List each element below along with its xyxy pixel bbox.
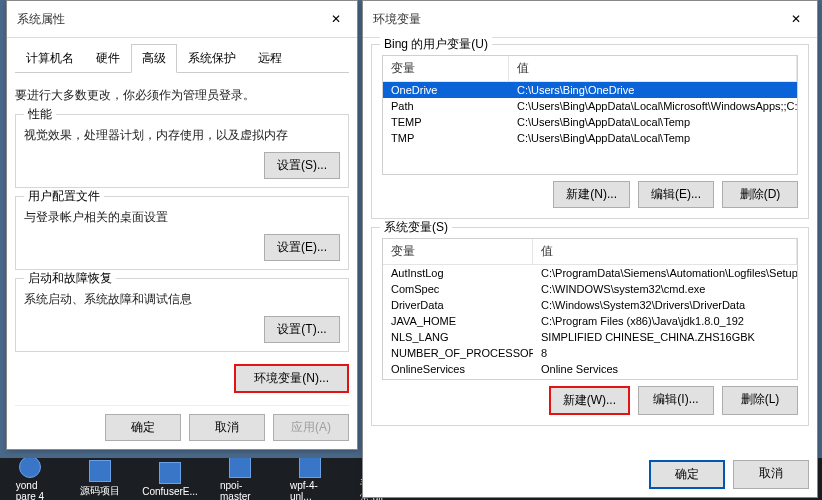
tabbar: 计算机名 硬件 高级 系统保护 远程: [15, 44, 349, 73]
apply-button[interactable]: 应用(A): [273, 414, 349, 441]
system-properties-window: 系统属性 ✕ 计算机名 硬件 高级 系统保护 远程 要进行大多数更改，你必须作为…: [6, 0, 358, 450]
sys-new-button[interactable]: 新建(W)...: [549, 386, 630, 415]
cancel-button[interactable]: 取消: [733, 460, 809, 489]
group-legend: 用户配置文件: [24, 188, 104, 205]
taskbar-icon[interactable]: ConfuserE...: [150, 462, 190, 497]
table-row[interactable]: ComSpecC:\WINDOWS\system32\cmd.exe: [383, 281, 797, 297]
table-row[interactable]: OneDriveC:\Users\Bing\OneDrive: [383, 82, 797, 98]
table-row[interactable]: DriverDataC:\Windows\System32\Drivers\Dr…: [383, 297, 797, 313]
table-row[interactable]: PathC:\Users\Bing\AppData\Local\Microsof…: [383, 98, 797, 114]
table-row[interactable]: AutInstLogC:\ProgramData\Siemens\Automat…: [383, 265, 797, 281]
taskbar-left: yond pare 4: [10, 458, 50, 500]
table-row[interactable]: JAVA_HOMEC:\Program Files (x86)\Java\jdk…: [383, 313, 797, 329]
group-desc: 视觉效果，处理器计划，内存使用，以及虚拟内存: [24, 127, 340, 144]
user-var-list[interactable]: 变量 值 OneDriveC:\Users\Bing\OneDrivePathC…: [382, 55, 798, 175]
startup-group: 启动和故障恢复 系统启动、系统故障和调试信息 设置(T)...: [15, 278, 349, 352]
user-new-button[interactable]: 新建(N)...: [553, 181, 630, 208]
perf-settings-button[interactable]: 设置(S)...: [264, 152, 340, 179]
tab-remote[interactable]: 远程: [247, 44, 293, 73]
tab-computer-name[interactable]: 计算机名: [15, 44, 85, 73]
user-profiles-group: 用户配置文件 与登录帐户相关的桌面设置 设置(E)...: [15, 196, 349, 270]
table-row[interactable]: TMPC:\Users\Bing\AppData\Local\Temp: [383, 130, 797, 146]
titlebar: 系统属性 ✕: [7, 1, 357, 38]
tab-hardware[interactable]: 硬件: [85, 44, 131, 73]
list-header: 变量 值: [383, 56, 797, 82]
window-title: 环境变量: [373, 11, 421, 28]
tab-system-protect[interactable]: 系统保护: [177, 44, 247, 73]
group-legend: 系统变量(S): [380, 219, 452, 236]
env-vars-window: 环境变量 ✕ Bing 的用户变量(U) 变量 值 OneDriveC:\Use…: [362, 0, 818, 498]
startup-settings-button[interactable]: 设置(T)...: [264, 316, 340, 343]
ok-button[interactable]: 确定: [649, 460, 725, 489]
table-row[interactable]: NLS_LANGSIMPLIFIED CHINESE_CHINA.ZHS16GB…: [383, 329, 797, 345]
user-delete-button[interactable]: 删除(D): [722, 181, 798, 208]
sys-var-list[interactable]: 变量 值 AutInstLogC:\ProgramData\Siemens\Au…: [382, 238, 798, 380]
list-header: 变量 值: [383, 239, 797, 265]
taskbar-icon[interactable]: npoi-master: [220, 458, 260, 500]
admin-instruction: 要进行大多数更改，你必须作为管理员登录。: [15, 87, 349, 104]
taskbar-icon[interactable]: 源码项目: [80, 460, 120, 498]
titlebar: 环境变量 ✕: [363, 1, 817, 38]
env-vars-button[interactable]: 环境变量(N)...: [234, 364, 349, 393]
user-edit-button[interactable]: 编辑(E)...: [638, 181, 714, 208]
performance-group: 性能 视觉效果，处理器计划，内存使用，以及虚拟内存 设置(S)...: [15, 114, 349, 188]
sys-edit-button[interactable]: 编辑(I)...: [638, 386, 714, 415]
close-icon[interactable]: ✕: [775, 7, 817, 31]
table-row[interactable]: OnlineServicesOnline Services: [383, 361, 797, 377]
tab-advanced[interactable]: 高级: [131, 44, 177, 73]
window-title: 系统属性: [17, 11, 65, 28]
group-desc: 与登录帐户相关的桌面设置: [24, 209, 340, 226]
sys-vars-group: 系统变量(S) 变量 值 AutInstLogC:\ProgramData\Si…: [371, 227, 809, 426]
table-row[interactable]: TEMPC:\Users\Bing\AppData\Local\Temp: [383, 114, 797, 130]
profiles-settings-button[interactable]: 设置(E)...: [264, 234, 340, 261]
group-legend: 启动和故障恢复: [24, 270, 116, 287]
cancel-button[interactable]: 取消: [189, 414, 265, 441]
sys-delete-button[interactable]: 删除(L): [722, 386, 798, 415]
group-legend: 性能: [24, 106, 56, 123]
close-icon[interactable]: ✕: [315, 7, 357, 31]
group-desc: 系统启动、系统故障和调试信息: [24, 291, 340, 308]
user-vars-group: Bing 的用户变量(U) 变量 值 OneDriveC:\Users\Bing…: [371, 44, 809, 219]
taskbar-icon[interactable]: wpf-4-unl...: [290, 458, 330, 500]
table-row[interactable]: NUMBER_OF_PROCESSORS8: [383, 345, 797, 361]
group-legend: Bing 的用户变量(U): [380, 36, 492, 53]
ok-button[interactable]: 确定: [105, 414, 181, 441]
